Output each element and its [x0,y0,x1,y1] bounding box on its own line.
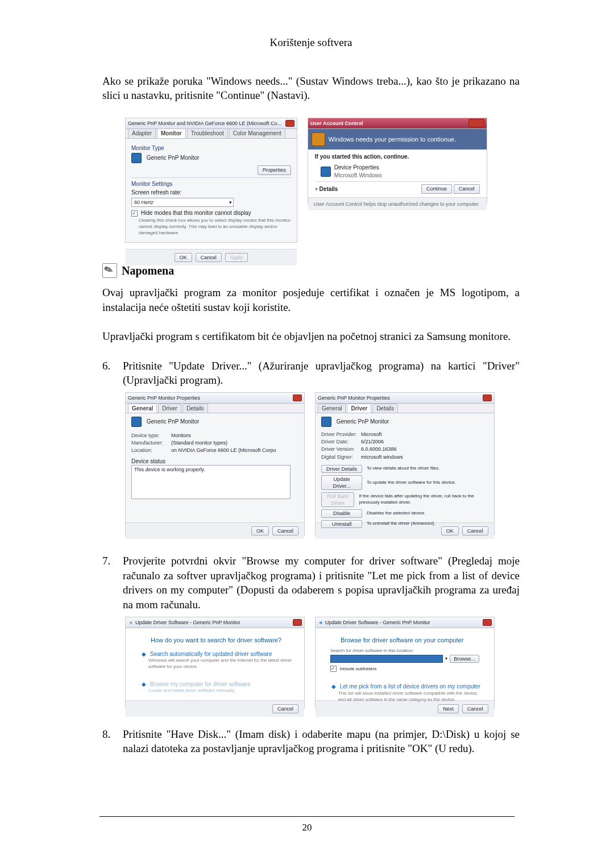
search-auto-option[interactable]: Search automatically for updated driver … [150,651,272,657]
driver-details-button[interactable]: Driver Details [321,465,362,473]
step-6: 6. Pritisnite "Update Driver..." (Ažurir… [102,359,520,388]
monitor-settings-label: Monitor Settings [131,180,291,188]
step-number: 6. [102,359,123,388]
kv-key: Device type: [131,432,171,439]
search-location-label: Search for driver software in this locat… [330,648,479,654]
kv-key: Driver Provider: [321,431,361,438]
back-icon[interactable]: ◄ [318,619,323,626]
disable-button[interactable]: Disable [321,509,362,517]
tab-general[interactable]: General [128,404,157,413]
button-description: To update the driver software for this d… [367,480,456,486]
kv-key: Driver Date: [321,438,361,445]
uac-if-started: If you started this action, continue. [315,153,480,161]
location-input[interactable] [330,655,443,663]
screenshot-update-wizard-2: ◄ Update Driver Software - Generic PnP M… [315,617,495,709]
note-paragraph-2: Upravljački program s certifikatom bit ć… [102,329,520,344]
wizard-headline: How do you want to search for driver sof… [131,632,298,648]
uninstall-button[interactable]: Uninstall [321,520,362,528]
monitor-type-value: Generic PnP Monitor [147,155,200,161]
monitor-type-label: Monitor Type [131,144,291,152]
bullet-icon: ◆ [142,681,146,687]
kv-key: Location: [131,447,171,454]
ok-button[interactable]: OK [441,526,459,535]
shield-icon [312,132,325,146]
tab-adapter[interactable]: Adapter [128,128,156,138]
ok-button[interactable]: OK [251,526,269,535]
browse-computer-option[interactable]: Browse my computer for driver software [150,681,251,687]
chevron-down-icon[interactable]: ▾ [445,656,447,662]
device-name: Generic PnP Monitor [337,418,389,425]
browse-button[interactable]: Browse... [450,655,479,663]
refresh-rate-value[interactable]: 60 Hertz [134,200,154,205]
cancel-button[interactable]: Cancel [196,253,222,262]
kv-value: 6/21/2006 [361,438,384,445]
step-text: Pritisnite "Update Driver..." (Ažuriranj… [123,359,520,388]
chevron-down-icon[interactable]: ▾ [229,199,232,206]
close-icon[interactable] [483,394,492,401]
monitor-icon [131,153,142,163]
cancel-button[interactable]: Cancel [462,704,488,713]
uac-headline: Windows needs your permission to contion… [329,135,456,144]
tab-color-management[interactable]: Color Management [229,128,285,138]
tab-details[interactable]: Details [182,404,208,413]
kv-value: Monitors [171,432,191,439]
window-title: Update Driver Software - Generic PnP Mon… [325,619,430,626]
note-icon [102,263,117,278]
close-icon[interactable] [285,120,294,127]
update-driver-button[interactable]: Update Driver... [321,475,362,490]
details-toggle[interactable]: Details [320,186,338,192]
tab-driver[interactable]: Driver [158,404,181,413]
cancel-button[interactable]: Cancel [272,704,298,713]
step-text: Pritisnite "Have Disk..." (Imam disk) i … [123,727,520,756]
next-button[interactable]: Next [438,704,459,713]
wizard-headline: Browse for driver software on your compu… [321,632,488,648]
kv-value: microsoft windows [361,454,403,460]
step-number: 7. [102,554,123,612]
tab-general[interactable]: General [318,404,346,413]
include-subfolders-checkbox[interactable] [330,666,337,672]
cancel-button[interactable]: Cancel [272,526,298,535]
back-icon[interactable]: ◄ [128,619,133,626]
cancel-button[interactable]: Cancel [462,526,488,535]
tab-driver[interactable]: Driver [347,404,371,413]
window-title: User Account Control [310,120,363,127]
kv-value: Microsoft [361,431,382,438]
note-paragraph-1: Ovaj upravljački program za monitor posj… [102,285,520,314]
close-icon[interactable] [293,394,302,401]
rollback-driver-button[interactable]: Roll Back Driver [321,492,355,507]
button-description: Disables the selected device. [367,510,426,517]
cancel-button[interactable]: Cancel [454,184,480,193]
tab-details[interactable]: Details [372,404,398,413]
ok-button[interactable]: OK [175,253,192,262]
window-title: Generic PnP Monitor Properties [318,394,390,401]
option-description: Locate and install driver software manua… [148,688,294,694]
tab-monitor[interactable]: Monitor [157,128,186,138]
chevron-down-icon[interactable]: ▾ [315,186,320,192]
close-icon[interactable] [468,119,484,127]
button-description: To uninstall the driver (Advanced). [367,521,435,527]
uac-publisher: Microsoft Windows [334,172,382,180]
screenshot-properties-driver: Generic PnP Monitor Properties General D… [315,392,495,535]
hide-modes-label: Hide modes that this monitor cannot disp… [141,210,251,216]
kv-value: 6.0.6000.16386 [361,446,397,452]
tab-troubleshoot[interactable]: Troubleshoot [187,128,228,138]
screenshot-monitor-tab: Generic PnP Monitor and NVIDIA GeForce 6… [125,118,297,243]
close-icon[interactable] [293,619,302,626]
button-description: If the device fails after updating the d… [359,493,488,506]
hide-modes-checkbox[interactable] [131,210,138,217]
program-icon [321,167,331,177]
window-title: Update Driver Software - Generic PnP Mon… [135,619,240,626]
step-number: 8. [102,727,123,756]
properties-button[interactable]: Properties [258,165,291,175]
let-me-pick-option[interactable]: Let me pick from a list of device driver… [340,683,480,690]
include-subfolders-label: Include subfolders [340,666,377,671]
note-heading: Napomena [122,263,174,279]
uac-footer: User Account Control helps stop unauthor… [308,197,487,210]
device-status-text: This device is working properly. [134,467,205,472]
monitor-icon [131,417,142,427]
continue-button[interactable]: Continue [421,184,452,193]
step-7: 7. Provjerite potvrdni okvir "Browse my … [102,554,520,612]
bullet-icon: ◆ [331,683,336,690]
close-icon[interactable] [483,619,492,626]
apply-button[interactable]: Apply [225,253,248,262]
